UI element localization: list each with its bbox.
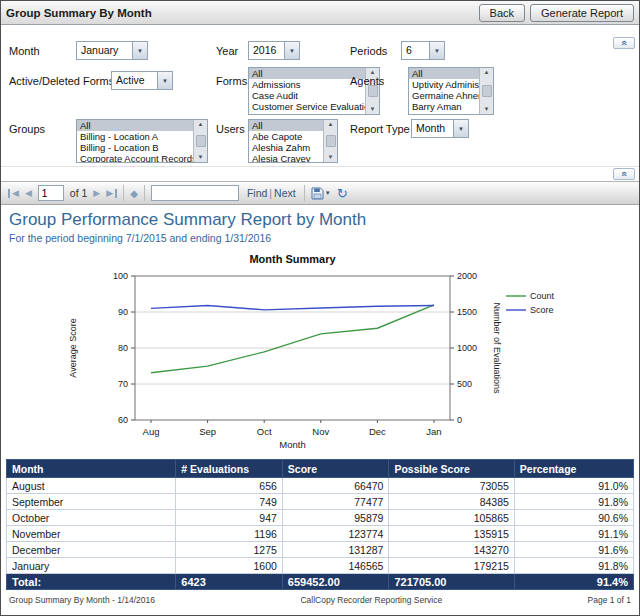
table-cell: October — [7, 510, 176, 526]
svg-text:Month Summary: Month Summary — [249, 253, 336, 265]
collapse-strip: « — [1, 167, 639, 181]
report-type-dropdown-value: Month — [412, 120, 453, 137]
users-label: Users — [216, 123, 245, 135]
scrollbar-thumb[interactable] — [196, 135, 206, 147]
listbox-option[interactable]: Billing - Location A — [77, 131, 193, 142]
scrollbar-up-icon[interactable]: ▲ — [198, 121, 204, 128]
table-cell: 123774 — [282, 526, 389, 542]
first-page-icon[interactable]: ◀ — [8, 189, 22, 198]
previous-page-icon[interactable]: ◀ — [22, 189, 35, 198]
table-cell: 1600 — [176, 558, 283, 574]
page-number-input[interactable] — [38, 185, 64, 201]
chart-container: Month Summary600705008010009015001002000… — [1, 250, 639, 456]
footer-service-name: CallCopy Recorder Reporting Service — [300, 595, 442, 605]
find-link[interactable]: Find — [247, 187, 267, 199]
listbox-option[interactable]: Billing - Location B — [77, 142, 193, 153]
active-deleted-forms-dropdown[interactable]: Active ▼ — [111, 71, 173, 90]
export-disk-icon — [311, 187, 324, 200]
listbox-option[interactable]: All — [77, 120, 193, 131]
report-type-dropdown[interactable]: Month ▼ — [411, 119, 469, 138]
svg-text:Sep: Sep — [199, 426, 216, 437]
scrollbar-up-icon[interactable]: ▲ — [328, 121, 334, 128]
table-cell: 91.6% — [514, 542, 633, 558]
listbox-option[interactable]: All — [409, 68, 479, 79]
listbox-options: AllBilling - Location ABilling - Locatio… — [77, 120, 193, 162]
scrollbar-down-icon[interactable]: ▼ — [198, 154, 204, 161]
scrollbar-down-icon[interactable]: ▼ — [370, 106, 376, 113]
collapse-parameters-button[interactable]: « — [613, 37, 635, 49]
table-row: December127513128714327091.6% — [7, 542, 634, 558]
agents-label: Agents — [350, 75, 384, 87]
listbox-option[interactable]: Germaine Ahner — [409, 90, 479, 101]
year-dropdown[interactable]: 2016 ▼ — [248, 41, 300, 60]
next-page-icon[interactable]: ▶ — [90, 189, 103, 198]
table-cell: 1196 — [176, 526, 283, 542]
table-cell: 84385 — [389, 494, 514, 510]
listbox-option[interactable]: All — [249, 68, 365, 79]
agents-listbox[interactable]: AllUptivity AdministratorGermaine AhnerB… — [408, 67, 494, 115]
dropdown-arrow-icon: ▼ — [429, 42, 444, 59]
listbox-scrollbar[interactable]: ▲▼ — [479, 68, 493, 114]
periods-dropdown[interactable]: 6 ▼ — [401, 41, 445, 60]
listbox-option[interactable]: Case Audit — [249, 90, 365, 101]
toolbar-divider — [123, 185, 124, 201]
report-footer: Group Summary By Month - 1/14/2016 CallC… — [9, 595, 631, 605]
dropdown-arrow-icon: ▼ — [157, 72, 172, 89]
next-link[interactable]: Next — [274, 187, 296, 199]
month-summary-chart: Month Summary600705008010009015001002000… — [60, 250, 580, 452]
export-caret-icon: ▼ — [325, 190, 331, 196]
scrollbar-thumb[interactable] — [326, 135, 336, 147]
table-row: November119612377413591591.1% — [7, 526, 634, 542]
users-listbox[interactable]: AllAbe CapoteAleshia ZahmAlesia Cravey▲▼ — [248, 119, 338, 163]
listbox-option[interactable]: Alesia Cravey — [249, 153, 323, 162]
count-line — [151, 305, 434, 373]
listbox-option[interactable]: All — [249, 120, 323, 131]
parent-report-icon[interactable]: ◆ — [130, 188, 138, 199]
table-header-cell: Possible Score — [389, 460, 514, 478]
listbox-option[interactable]: Abe Capote — [249, 131, 323, 142]
groups-listbox[interactable]: AllBilling - Location ABilling - Locatio… — [76, 119, 208, 163]
refresh-icon[interactable]: ↻ — [337, 187, 348, 200]
month-label: Month — [9, 45, 40, 57]
scrollbar-down-icon[interactable]: ▼ — [484, 106, 490, 113]
listbox-scrollbar[interactable]: ▲▼ — [193, 120, 207, 162]
table-cell: 135915 — [389, 526, 514, 542]
table-cell: 656 — [176, 478, 283, 494]
scrollbar-down-icon[interactable]: ▼ — [328, 154, 334, 161]
listbox-option[interactable]: Aleshia Zahm — [249, 142, 323, 153]
listbox-option[interactable]: Corporate Account Records — [77, 153, 193, 162]
month-dropdown[interactable]: January ▼ — [76, 41, 148, 60]
svg-text:2000: 2000 — [457, 271, 477, 281]
listbox-option[interactable]: Customer Service Evaluation — [249, 101, 365, 112]
search-input[interactable] — [151, 185, 239, 201]
svg-text:Average Score: Average Score — [68, 318, 78, 377]
svg-text:0: 0 — [457, 415, 462, 425]
table-total-cell: 721705.00 — [389, 574, 514, 590]
table-header-cell: Month — [7, 460, 176, 478]
report-body: Group Performance Summary Report by Mont… — [1, 205, 639, 605]
svg-text:Dec: Dec — [369, 426, 386, 437]
listbox-scrollbar[interactable]: ▲▼ — [323, 120, 337, 162]
table-cell: 146565 — [282, 558, 389, 574]
find-next-separator: | — [269, 187, 272, 199]
report-subtitle: For the period beginning 7/1/2015 and en… — [9, 232, 631, 245]
scrollbar-up-icon[interactable]: ▲ — [484, 69, 490, 76]
generate-report-button[interactable]: Generate Report — [530, 4, 634, 22]
listbox-option[interactable]: Barry Aman — [409, 101, 479, 112]
table-total-cell: 91.4% — [514, 574, 633, 590]
listbox-option[interactable]: Uptivity Administrator — [409, 79, 479, 90]
svg-text:70: 70 — [118, 379, 128, 389]
last-page-icon[interactable]: ▶ — [103, 189, 117, 198]
table-cell: August — [7, 478, 176, 494]
table-cell: 91.8% — [514, 494, 633, 510]
table-header-row: Month# EvaluationsScorePossible ScorePer… — [7, 460, 634, 478]
scrollbar-thumb[interactable] — [482, 85, 492, 97]
back-button[interactable]: Back — [479, 4, 525, 22]
collapse-viewer-button[interactable]: « — [613, 168, 635, 180]
report-title: Group Performance Summary Report by Mont… — [9, 210, 631, 230]
export-button[interactable]: ▼ — [311, 187, 331, 200]
table-cell: November — [7, 526, 176, 542]
svg-text:1000: 1000 — [457, 343, 477, 353]
listbox-option[interactable]: Admissions — [249, 79, 365, 90]
periods-dropdown-value: 6 — [402, 42, 429, 59]
